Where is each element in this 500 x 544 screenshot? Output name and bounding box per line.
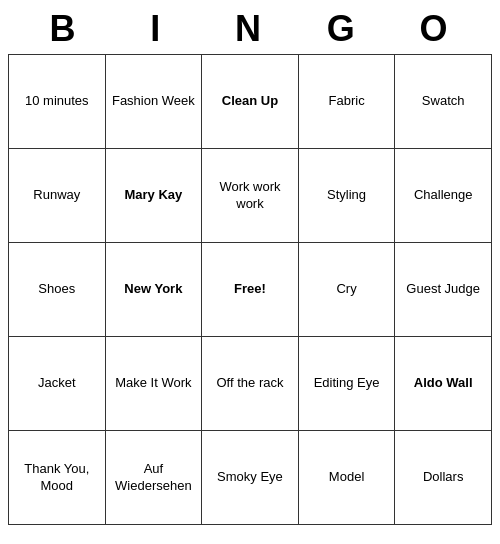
cell-r1-c1: Mary Kay [105,149,202,243]
cell-r0-c0: 10 minutes [9,55,106,149]
cell-r4-c4: Dollars [395,431,492,525]
cell-r1-c4: Challenge [395,149,492,243]
cell-r0-c1: Fashion Week [105,55,202,149]
cell-r3-c3: Editing Eye [298,337,395,431]
cell-r1-c2: Work work work [202,149,299,243]
cell-r4-c3: Model [298,431,395,525]
bingo-grid: 10 minutesFashion WeekClean UpFabricSwat… [8,54,492,525]
bingo-title: B I N G O [8,8,492,50]
title-n: N [210,8,290,50]
title-i: I [117,8,197,50]
title-g: G [303,8,383,50]
cell-r1-c0: Runway [9,149,106,243]
cell-r2-c0: Shoes [9,243,106,337]
title-b: B [24,8,104,50]
cell-r4-c1: Auf Wiedersehen [105,431,202,525]
cell-r0-c2: Clean Up [202,55,299,149]
cell-r4-c0: Thank You, Mood [9,431,106,525]
cell-r3-c4: Aldo Wall [395,337,492,431]
cell-r0-c4: Swatch [395,55,492,149]
cell-r2-c3: Cry [298,243,395,337]
cell-r3-c0: Jacket [9,337,106,431]
cell-r2-c1: New York [105,243,202,337]
cell-r1-c3: Styling [298,149,395,243]
cell-r3-c2: Off the rack [202,337,299,431]
cell-r2-c2: Free! [202,243,299,337]
title-o: O [396,8,476,50]
cell-r3-c1: Make It Work [105,337,202,431]
cell-r4-c2: Smoky Eye [202,431,299,525]
cell-r0-c3: Fabric [298,55,395,149]
cell-r2-c4: Guest Judge [395,243,492,337]
